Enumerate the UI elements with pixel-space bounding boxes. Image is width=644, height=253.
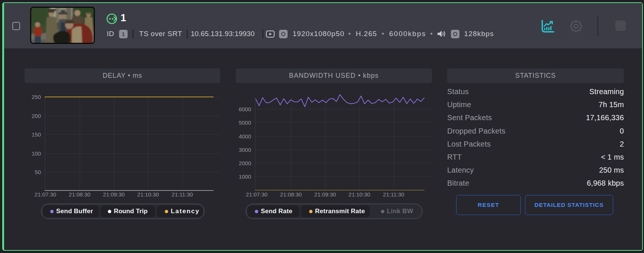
svg-text:21:07:30: 21:07:30 (35, 191, 56, 198)
svg-text:21:11:30: 21:11:30 (172, 191, 193, 198)
svg-text:50: 50 (35, 169, 41, 175)
svg-text:21:07:30: 21:07:30 (246, 191, 267, 198)
svg-text:21:11:30: 21:11:30 (383, 191, 404, 198)
svg-text:21:09:30: 21:09:30 (314, 191, 336, 198)
svg-text:21:08:30: 21:08:30 (280, 191, 302, 198)
svg-text:100: 100 (32, 150, 41, 157)
svg-text:5000: 5000 (239, 119, 251, 126)
svg-text:6000: 6000 (239, 106, 251, 112)
svg-text:21:08:30: 21:08:30 (69, 191, 90, 198)
svg-text:3000: 3000 (239, 147, 251, 153)
svg-text:21:10:30: 21:10:30 (137, 191, 159, 198)
svg-text:150: 150 (32, 131, 41, 138)
svg-text:1000: 1000 (239, 173, 251, 180)
svg-text:21:10:30: 21:10:30 (349, 191, 370, 198)
svg-text:200: 200 (32, 113, 41, 119)
svg-text:21:09:30: 21:09:30 (103, 191, 125, 198)
svg-text:2000: 2000 (239, 160, 251, 166)
svg-text:250: 250 (32, 94, 41, 100)
svg-text:4000: 4000 (239, 133, 251, 140)
